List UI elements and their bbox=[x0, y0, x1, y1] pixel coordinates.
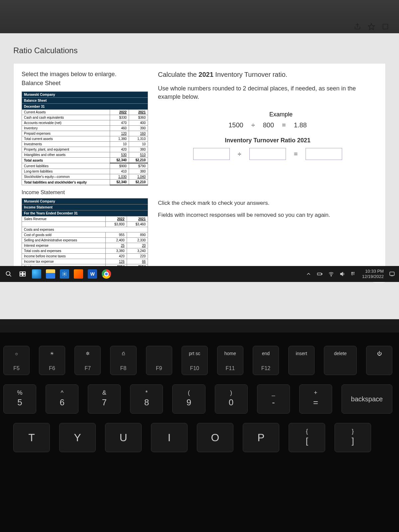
fin-row-v22: 420 bbox=[106, 254, 127, 259]
key-f7: ✲F7 bbox=[74, 346, 101, 375]
key-9: (9 bbox=[172, 384, 205, 414]
fin-row-label: Total liabilities and stockholder's equi… bbox=[22, 180, 110, 185]
chrome-icon[interactable] bbox=[102, 269, 111, 279]
fin-row-v21: $2,210 bbox=[129, 158, 148, 163]
fin-row-label: Cash and cash equivalents bbox=[22, 115, 110, 120]
bs-section-current-liab: Current liabilities bbox=[22, 163, 110, 169]
key-p: P bbox=[243, 423, 279, 452]
divide-symbol: ÷ bbox=[251, 121, 255, 129]
form-title: Inventory Turnover Ratio 2021 bbox=[158, 137, 377, 144]
table-row: Interest expense2520 bbox=[22, 243, 148, 248]
word-icon[interactable]: W bbox=[88, 269, 97, 279]
is-sales-21: $3,460 bbox=[127, 222, 148, 227]
key--: _- bbox=[257, 384, 290, 414]
fin-row-label: Selling and Administrative expenses bbox=[22, 238, 106, 243]
key-u: U bbox=[105, 423, 142, 452]
table-row: Total liabilities and stockholder's equi… bbox=[22, 180, 148, 185]
bs-inv-22: 10 bbox=[110, 142, 129, 147]
fin-row-v21: 160 bbox=[129, 131, 148, 136]
table-row: Total current assets1,3801,310 bbox=[22, 136, 148, 142]
fin-row-v22: 25 bbox=[106, 243, 127, 248]
key-insert: insert bbox=[288, 346, 315, 375]
numerator-input[interactable] bbox=[193, 148, 230, 160]
fin-row-label: Prepaid expenses bbox=[22, 131, 110, 136]
table-row: Income before income taxes420220 bbox=[22, 254, 148, 259]
fin-row-v22: $330 bbox=[110, 115, 129, 120]
fin-row-v22: 410 bbox=[110, 169, 129, 174]
fin-row-v21: 1,310 bbox=[129, 136, 148, 142]
key-bracket: }] bbox=[334, 423, 371, 452]
task-view-icon[interactable] bbox=[18, 269, 27, 279]
bs-col-2021: 2021 bbox=[129, 110, 148, 115]
svg-rect-9 bbox=[317, 273, 321, 275]
star-icon[interactable] bbox=[368, 23, 375, 30]
battery-icon[interactable] bbox=[317, 271, 323, 277]
enlarge-instruction: Select the images below to enlarge. bbox=[22, 71, 148, 78]
fin-row-label: Interest expense bbox=[22, 243, 106, 248]
is-sales-22: $3,800 bbox=[106, 222, 127, 227]
notification-icon[interactable] bbox=[389, 271, 395, 277]
search-icon[interactable] bbox=[4, 269, 13, 279]
income-statement-label: Income Statement bbox=[22, 190, 148, 196]
fin-row-v21: 380 bbox=[129, 147, 148, 152]
time-text: 10:33 PM bbox=[362, 269, 384, 274]
bs-hdr-title: Balance Sheet bbox=[22, 98, 148, 104]
usb-icon[interactable] bbox=[351, 271, 357, 277]
fin-row-label: Cost of goods sold bbox=[22, 232, 106, 238]
fin-row-v22: 955 bbox=[106, 232, 127, 238]
key-6: ^6 bbox=[46, 384, 78, 414]
result-input[interactable] bbox=[306, 148, 342, 160]
income-statement-table[interactable]: Murawski Company Income Statement For th… bbox=[22, 198, 148, 270]
bs-cl-22: $900 bbox=[110, 163, 129, 169]
share-icon[interactable] bbox=[354, 23, 361, 30]
app-icon-1[interactable] bbox=[74, 269, 83, 279]
is-col-2022: 2022 bbox=[106, 216, 127, 222]
fin-row-v22: 2,400 bbox=[106, 238, 127, 243]
wifi-icon[interactable] bbox=[328, 271, 334, 277]
file-explorer-icon[interactable] bbox=[46, 269, 55, 279]
balance-sheet-table[interactable]: Murawski Company Balance Sheet December … bbox=[22, 91, 148, 186]
bs-hdr-date: December 31 bbox=[22, 104, 148, 110]
fin-row-v22: 530 bbox=[110, 152, 129, 158]
settings-icon[interactable] bbox=[60, 269, 69, 279]
bs-hdr-co: Murawski Company bbox=[22, 92, 148, 98]
key-i: I bbox=[151, 423, 188, 452]
svg-point-8 bbox=[64, 273, 65, 275]
card-right: Calculate the 2021 Inventory Turnover ra… bbox=[158, 71, 377, 270]
svg-rect-7 bbox=[23, 274, 25, 276]
denominator-input[interactable] bbox=[249, 148, 286, 160]
svg-rect-6 bbox=[20, 274, 22, 276]
table-row: Income tax expense12666 bbox=[22, 259, 148, 264]
tab-icon[interactable] bbox=[382, 23, 389, 30]
key-o: O bbox=[197, 423, 233, 452]
fin-row-v21: 390 bbox=[129, 126, 148, 131]
bs-section-current-assets: Current Assets bbox=[22, 110, 110, 115]
example-row: 1500 ÷ 800 = 1.88 bbox=[158, 121, 377, 129]
fin-row-v22: 460 bbox=[110, 126, 129, 131]
task-desc: Use whole numbers rounded to 2 decimal p… bbox=[158, 84, 377, 101]
table-row: Total costs and expenses3,3803,240 bbox=[22, 248, 148, 254]
key-0: )0 bbox=[215, 384, 248, 414]
table-row: Accounts receivable (net)470400 bbox=[22, 120, 148, 126]
chevron-up-icon[interactable] bbox=[306, 271, 312, 277]
svg-marker-0 bbox=[368, 24, 374, 30]
page-title: Ratio Calculations bbox=[13, 46, 386, 55]
hint-retry: Fields with incorrect responses will be … bbox=[158, 211, 377, 219]
clock[interactable]: 10:33 PM 12/19/2022 bbox=[362, 269, 384, 279]
fin-row-v21: 20 bbox=[127, 243, 148, 248]
edge-icon[interactable] bbox=[32, 269, 41, 279]
fin-row-v21: 890 bbox=[127, 232, 148, 238]
table-row: Stockholder's equity—common1,0301,040 bbox=[22, 174, 148, 180]
letter-row: TYUIOP{[}] bbox=[13, 423, 392, 452]
fin-row-label: Total costs and expenses bbox=[22, 248, 106, 254]
key-8: *8 bbox=[130, 384, 163, 414]
fin-row-label: Long-term liabilities bbox=[22, 169, 110, 174]
svg-rect-14 bbox=[351, 272, 353, 273]
volume-icon[interactable] bbox=[339, 271, 345, 277]
number-row: %5^6&7*8(9)0_-+=backspace bbox=[3, 384, 392, 414]
is-hdr-title: Income Statement bbox=[22, 204, 148, 210]
fin-row-label: Inventory bbox=[22, 126, 110, 131]
fin-row-v22: 1,380 bbox=[110, 136, 129, 142]
table-row: Total assets$2,340$2,210 bbox=[22, 158, 148, 163]
is-hdr-co: Murawski Company bbox=[22, 199, 148, 204]
